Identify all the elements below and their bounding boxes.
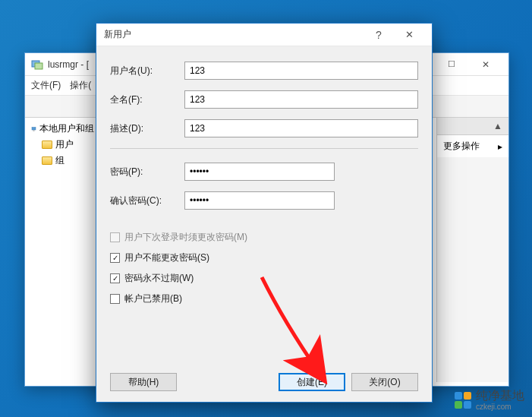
confirm-input[interactable] xyxy=(184,191,335,210)
help-button[interactable]: 帮助(H) xyxy=(110,373,177,391)
close-icon[interactable]: ✕ xyxy=(394,29,424,40)
password-label: 密码(P): xyxy=(110,166,184,178)
close-button[interactable]: 关闭(O) xyxy=(351,373,418,391)
cannot-change-label: 用户不能更改密码(S) xyxy=(124,251,209,264)
fullname-input[interactable] xyxy=(184,90,418,109)
dialog-titlebar: 新用户 ? ✕ xyxy=(96,24,432,46)
never-expire-label: 密码永不过期(W) xyxy=(124,272,194,285)
confirm-label: 确认密码(C): xyxy=(110,194,184,207)
menu-action[interactable]: 操作( xyxy=(70,79,91,92)
actions-panel: ▲ 更多操作 ▸ xyxy=(436,118,508,382)
fullname-label: 全名(F): xyxy=(110,93,184,106)
never-expire-checkbox[interactable] xyxy=(110,273,120,283)
collapse-icon[interactable]: ▲ xyxy=(493,121,502,131)
watermark-brand: 纯净基地 xyxy=(476,389,524,403)
create-button[interactable]: 创建(E) xyxy=(279,373,345,391)
actions-header: ▲ xyxy=(437,118,508,135)
cannot-change-row[interactable]: 用户不能更改密码(S) xyxy=(110,251,418,264)
new-user-dialog: 新用户 ? ✕ 用户名(U): 全名(F): 描述(D): 密码(P): 确认密… xyxy=(96,23,433,403)
disabled-checkbox[interactable] xyxy=(110,294,120,304)
maximize-button[interactable] xyxy=(434,54,468,75)
username-label: 用户名(U): xyxy=(110,65,184,77)
tree-users[interactable]: 用户 xyxy=(28,137,97,153)
dialog-title: 新用户 xyxy=(104,28,364,41)
svg-rect-6 xyxy=(455,401,462,409)
svg-rect-3 xyxy=(33,130,35,131)
disabled-row[interactable]: 帐户已禁用(B) xyxy=(110,292,418,305)
username-input[interactable] xyxy=(184,62,418,80)
tree-root[interactable]: 本地用户和组 xyxy=(28,121,97,137)
close-button[interactable] xyxy=(468,54,502,75)
app-icon xyxy=(31,58,43,71)
watermark: 纯净基地 czkeji.com xyxy=(455,389,524,411)
disabled-label: 帐户已禁用(B) xyxy=(124,292,182,305)
folder-icon xyxy=(42,156,52,165)
description-input[interactable] xyxy=(184,119,418,137)
tree-groups-label: 组 xyxy=(55,154,65,167)
must-change-label: 用户下次登录时须更改密码(M) xyxy=(124,231,247,244)
help-icon[interactable]: ? xyxy=(364,29,394,41)
svg-rect-7 xyxy=(464,401,471,409)
more-actions[interactable]: 更多操作 ▸ xyxy=(437,135,508,157)
tree-panel: 本地用户和组 用户 组 xyxy=(25,118,101,382)
arrow-icon: ▸ xyxy=(498,141,502,152)
folder-icon xyxy=(42,141,52,149)
watermark-url: czkeji.com xyxy=(476,403,524,411)
svg-rect-2 xyxy=(32,127,36,130)
password-input[interactable] xyxy=(184,163,335,181)
tree-groups[interactable]: 组 xyxy=(28,153,97,169)
tree-users-label: 用户 xyxy=(55,138,74,151)
divider xyxy=(110,148,418,149)
tree-root-label: 本地用户和组 xyxy=(39,122,94,135)
svg-rect-5 xyxy=(464,392,471,400)
more-actions-label: 更多操作 xyxy=(443,140,480,153)
dialog-footer: 帮助(H) 创建(E) 关闭(O) xyxy=(110,373,418,391)
must-change-row: 用户下次登录时须更改密码(M) xyxy=(110,231,418,244)
never-expire-row[interactable]: 密码永不过期(W) xyxy=(110,272,418,285)
svg-rect-4 xyxy=(455,392,462,400)
svg-rect-1 xyxy=(35,63,42,69)
description-label: 描述(D): xyxy=(110,122,184,135)
dialog-body: 用户名(U): 全名(F): 描述(D): 密码(P): 确认密码(C): 用户… xyxy=(96,46,432,324)
computer-icon xyxy=(31,124,36,134)
menu-file[interactable]: 文件(F) xyxy=(31,79,61,92)
cannot-change-checkbox[interactable] xyxy=(110,253,120,263)
must-change-checkbox xyxy=(110,232,120,242)
watermark-logo xyxy=(455,392,471,409)
